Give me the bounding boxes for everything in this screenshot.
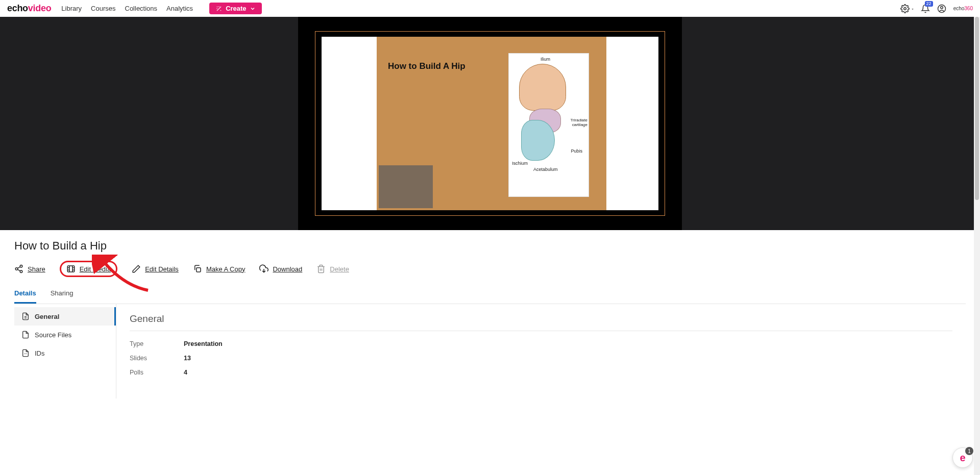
nav-collections[interactable]: Collections <box>125 5 158 12</box>
details-main: General Type Presentation Slides 13 Poll… <box>116 304 966 398</box>
top-icons: 22 echo360 <box>900 4 973 13</box>
slide-content: How to Build A Hip Ilium Triradiate cart… <box>377 37 606 210</box>
delete-action[interactable]: Delete <box>316 264 349 273</box>
notifications-icon[interactable]: 22 <box>921 4 930 13</box>
settings-icon[interactable] <box>900 4 910 13</box>
xray-thumbnail <box>379 165 433 208</box>
action-bar: Share Edit Media Edit Details Make A Cop… <box>14 261 966 277</box>
label-acetabulum: Acetabulum <box>533 167 558 172</box>
media-details-region: How to Build a Hip Share Edit Media Edit… <box>0 230 980 398</box>
polls-label: Polls <box>130 369 184 376</box>
section-title: General <box>130 313 952 331</box>
delete-label: Delete <box>330 265 349 273</box>
slide-canvas: How to Build A Hip Ilium Triradiate cart… <box>322 37 658 210</box>
brand-logo[interactable]: echovideo <box>7 3 51 14</box>
notification-badge: 22 <box>925 1 933 7</box>
sidebar-item-source-files[interactable]: Source Files <box>14 326 116 344</box>
ischium-shape <box>521 120 555 161</box>
sidebar-ids-label: IDs <box>35 349 45 357</box>
slide-frame: How to Build A Hip Ilium Triradiate cart… <box>315 31 665 216</box>
label-ilium: Ilium <box>541 57 550 62</box>
ilium-shape <box>519 64 566 111</box>
share-label: Share <box>28 265 45 273</box>
download-action[interactable]: Download <box>259 264 302 273</box>
make-copy-label: Make A Copy <box>206 265 246 273</box>
slide-title: How to Build A Hip <box>388 61 465 71</box>
make-copy-action[interactable]: Make A Copy <box>193 264 246 273</box>
kv-type: Type Presentation <box>130 340 952 347</box>
svg-point-3 <box>20 265 22 268</box>
svg-rect-7 <box>197 268 201 272</box>
svg-point-4 <box>15 268 18 270</box>
top-nav: echovideo Library Courses Collections An… <box>0 0 980 17</box>
download-icon <box>259 264 268 273</box>
scrollbar-thumb[interactable] <box>975 17 979 200</box>
svg-point-0 <box>903 7 906 10</box>
sidebar-source-files-label: Source Files <box>35 331 71 339</box>
create-label: Create <box>226 5 246 12</box>
kv-slides: Slides 13 <box>130 355 952 362</box>
tab-details[interactable]: Details <box>14 284 36 304</box>
slides-value: 13 <box>184 355 191 362</box>
id-icon <box>21 349 30 357</box>
video-stage: How to Build A Hip Ilium Triradiate cart… <box>0 17 980 230</box>
svg-point-2 <box>940 6 943 9</box>
tabs: Details Sharing <box>14 284 966 304</box>
details-sidebar: General Source Files IDs <box>14 304 116 398</box>
trash-icon <box>316 264 326 273</box>
nav-courses[interactable]: Courses <box>91 5 115 12</box>
download-label: Download <box>273 265 302 273</box>
chevron-down-icon <box>250 6 256 12</box>
media-title: How to Build a Hip <box>14 239 966 253</box>
polls-value: 4 <box>184 369 187 376</box>
magic-wand-icon <box>215 5 223 12</box>
account-icon[interactable] <box>937 4 946 13</box>
brand-small[interactable]: echo360 <box>953 6 973 11</box>
label-ischium: Ischium <box>512 161 528 166</box>
type-label: Type <box>130 340 184 347</box>
tab-sharing[interactable]: Sharing <box>51 284 74 304</box>
details-panel: General Source Files IDs General Type Pr… <box>14 304 966 398</box>
nav-analytics[interactable]: Analytics <box>166 5 193 12</box>
document-icon <box>21 312 30 320</box>
label-triradiate: Triradiate cartilage <box>571 118 588 127</box>
type-value: Presentation <box>184 340 223 347</box>
share-action[interactable]: Share <box>14 264 45 273</box>
create-button[interactable]: Create <box>209 3 261 14</box>
svg-point-5 <box>20 270 22 273</box>
sidebar-general-label: General <box>35 313 59 320</box>
brand-part1: echo <box>7 3 28 14</box>
scrollbar[interactable] <box>974 17 980 398</box>
slides-label: Slides <box>130 355 184 362</box>
anatomy-diagram: Ilium Triradiate cartilage Pubis Ischium… <box>508 53 589 197</box>
label-pubis: Pubis <box>571 148 582 154</box>
brand-part2: video <box>28 3 52 14</box>
file-icon <box>21 331 30 339</box>
nav-library[interactable]: Library <box>61 5 82 12</box>
copy-icon <box>193 264 202 273</box>
kv-polls: Polls 4 <box>130 369 952 376</box>
sidebar-item-ids[interactable]: IDs <box>14 344 116 362</box>
film-icon <box>66 264 76 273</box>
svg-rect-6 <box>67 266 75 272</box>
sidebar-item-general[interactable]: General <box>14 307 116 326</box>
nav-links: Library Courses Collections Analytics Cr… <box>61 3 261 14</box>
share-icon <box>14 264 23 273</box>
video-player[interactable]: How to Build A Hip Ilium Triradiate cart… <box>298 17 682 230</box>
annotation-arrow-icon <box>92 255 153 295</box>
caret-down-icon <box>911 7 915 11</box>
